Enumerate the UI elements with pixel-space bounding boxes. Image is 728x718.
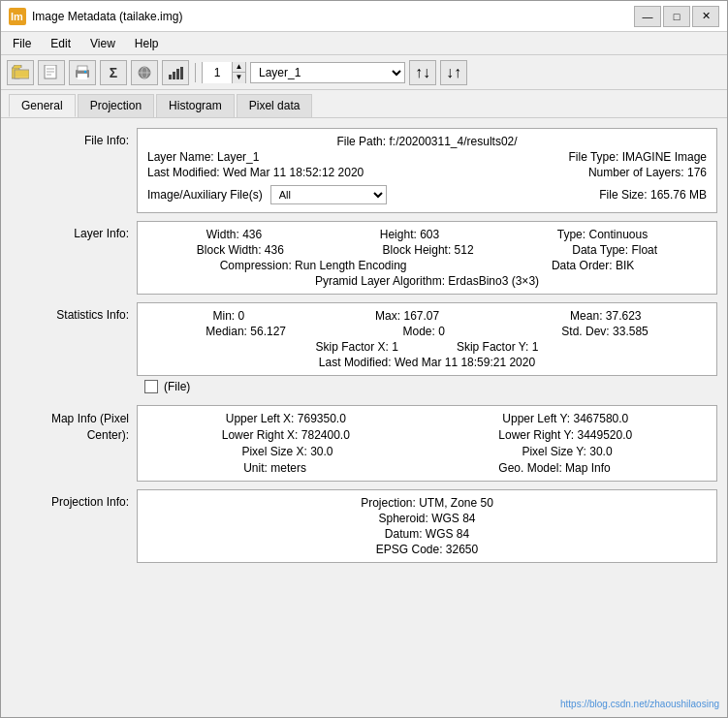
layer-spinner[interactable]: 1 ▲ ▼ xyxy=(202,62,246,83)
max-value: 167.07 xyxy=(403,309,439,323)
map-info-label: Map Info (Pixel Center): xyxy=(11,405,137,444)
sort-desc-button[interactable]: ↓↑ xyxy=(440,60,467,85)
file-info-box: File Path: f:/20200311_4/results02/ Laye… xyxy=(137,128,717,213)
proj-label: Projection: xyxy=(361,496,416,510)
layer-info-label: Layer Info: xyxy=(11,221,137,240)
layer-name-label: Layer Name: xyxy=(147,150,214,164)
im-icon: Im xyxy=(9,8,26,25)
sort-asc-button[interactable]: ↑↓ xyxy=(409,60,436,85)
spinner-up[interactable]: ▲ xyxy=(232,62,245,73)
file-checkbox[interactable] xyxy=(144,380,158,393)
file-path-value: f:/20200311_4/results02/ xyxy=(389,135,517,148)
pixel-size-x-label: Pixel Size X: xyxy=(241,445,306,458)
num-layers-label: Number of Layers: xyxy=(588,166,684,179)
upper-left-y-label: Upper Left Y: xyxy=(502,412,570,425)
block-height-value: 512 xyxy=(455,243,474,257)
file-type-label: File Type: xyxy=(568,150,618,164)
file-path-label: File Path: xyxy=(336,135,386,148)
globe-icon xyxy=(137,65,152,80)
data-order-value: BIK xyxy=(616,259,634,272)
datum-label: Datum: xyxy=(385,527,423,541)
minimize-button[interactable]: — xyxy=(634,6,661,27)
type-label: Type: xyxy=(557,228,586,241)
lower-right-x-value: 782400.0 xyxy=(301,428,350,442)
tab-histogram[interactable]: Histogram xyxy=(156,94,235,117)
projection-info-box: Projection: UTM, Zone 50 Spheroid: WGS 8… xyxy=(137,489,717,563)
svg-rect-13 xyxy=(78,66,87,71)
open-button[interactable] xyxy=(7,60,34,85)
chart-icon xyxy=(168,65,183,80)
menu-help[interactable]: Help xyxy=(127,35,167,52)
pyramid-value: ErdasBino3 (3×3) xyxy=(448,274,539,288)
auxiliary-label: Image/Auxiliary File(s) xyxy=(147,188,263,202)
file-checkbox-section: (File) xyxy=(137,376,717,397)
layer-name-value: Layer_1 xyxy=(217,150,259,164)
layer-info-section: Layer Info: Width: 436 Height: 603 Type: xyxy=(11,221,717,295)
epsg-value: 32650 xyxy=(446,543,478,556)
skip-x-value: 1 xyxy=(392,340,398,354)
max-label: Max: xyxy=(375,309,400,323)
block-height-label: Block Height: xyxy=(383,243,452,257)
menu-view[interactable]: View xyxy=(82,35,123,52)
menu-edit[interactable]: Edit xyxy=(43,35,79,52)
data-type-label: Data Type: xyxy=(572,243,628,257)
print-button[interactable] xyxy=(69,60,96,85)
pixel-size-y-label: Pixel Size Y: xyxy=(522,445,586,458)
file-size-value: 165.76 MB xyxy=(650,188,707,202)
title-bar-left: Im Image Metadata (tailake.img) xyxy=(9,8,182,25)
auxiliary-dropdown[interactable]: All xyxy=(270,185,387,204)
data-type-value: Float xyxy=(631,243,657,257)
main-content: File Info: File Path: f:/20200311_4/resu… xyxy=(1,118,727,717)
std-dev-value: 33.585 xyxy=(613,325,649,338)
tab-pixel-data[interactable]: Pixel data xyxy=(237,94,313,117)
std-dev-label: Std. Dev: xyxy=(561,325,609,338)
pyramid-label: Pyramid Layer Algorithm: xyxy=(315,274,445,288)
sigma-button[interactable]: Σ xyxy=(100,60,127,85)
num-layers-value: 176 xyxy=(687,166,707,179)
spinner-arrows: ▲ ▼ xyxy=(232,62,245,83)
svg-rect-19 xyxy=(173,72,175,79)
svg-text:Im: Im xyxy=(11,11,23,22)
last-modified-value: Wed Mar 11 18:52:12 2020 xyxy=(223,166,364,179)
compression-value: Run Length Encoding xyxy=(295,259,406,272)
auxiliary-row: Image/Auxiliary File(s) All File Size: 1… xyxy=(147,185,707,204)
file-checkbox-label: (File) xyxy=(164,380,190,393)
mean-value: 37.623 xyxy=(606,309,642,323)
skip-y-label: Skip Factor Y: xyxy=(457,340,528,354)
spheroid-value: WGS 84 xyxy=(431,512,475,525)
title-bar: Im Image Metadata (tailake.img) — □ ✕ xyxy=(1,1,727,32)
median-value: 56.127 xyxy=(250,325,286,338)
statistics-section: Statistics Info: Min: 0 Max: 167.07 xyxy=(11,302,717,397)
projection-info-label: Projection Info: xyxy=(11,489,137,509)
tab-projection[interactable]: Projection xyxy=(78,94,154,117)
upper-left-x-value: 769350.0 xyxy=(298,412,346,425)
block-width-label: Block Width: xyxy=(197,243,262,257)
menu-file[interactable]: File xyxy=(5,35,39,52)
width-value: 436 xyxy=(242,228,262,241)
datum-value: WGS 84 xyxy=(426,527,469,541)
open-icon xyxy=(12,65,29,80)
min-label: Min: xyxy=(212,309,235,323)
tab-general[interactable]: General xyxy=(9,94,76,117)
min-value: 0 xyxy=(237,309,244,323)
globe-button[interactable] xyxy=(131,60,158,85)
toolbar-sep xyxy=(195,63,196,82)
new-button[interactable] xyxy=(38,60,65,85)
close-button[interactable]: ✕ xyxy=(692,6,719,27)
file-info-label: File Info: xyxy=(11,128,137,147)
layer-number-input[interactable]: 1 xyxy=(203,62,232,83)
svg-rect-18 xyxy=(169,75,172,79)
toolbar: Σ 1 ▲ ▼ Laye xyxy=(1,55,727,90)
main-window: Im Image Metadata (tailake.img) — □ ✕ Fi… xyxy=(0,0,728,718)
watermark: https://blog.csdn.net/zhaoushilaosing xyxy=(560,699,719,709)
layer-dropdown[interactable]: Layer_1 xyxy=(250,62,405,83)
median-label: Median: xyxy=(206,325,247,338)
spinner-down[interactable]: ▼ xyxy=(232,73,245,83)
skip-x-label: Skip Factor X: xyxy=(316,340,389,354)
statistics-label: Statistics Info: xyxy=(11,302,137,322)
new-icon xyxy=(44,65,59,80)
chart-button[interactable] xyxy=(162,60,189,85)
unit-label: Unit: xyxy=(243,461,268,475)
height-value: 603 xyxy=(420,228,439,241)
restore-button[interactable]: □ xyxy=(663,6,690,27)
